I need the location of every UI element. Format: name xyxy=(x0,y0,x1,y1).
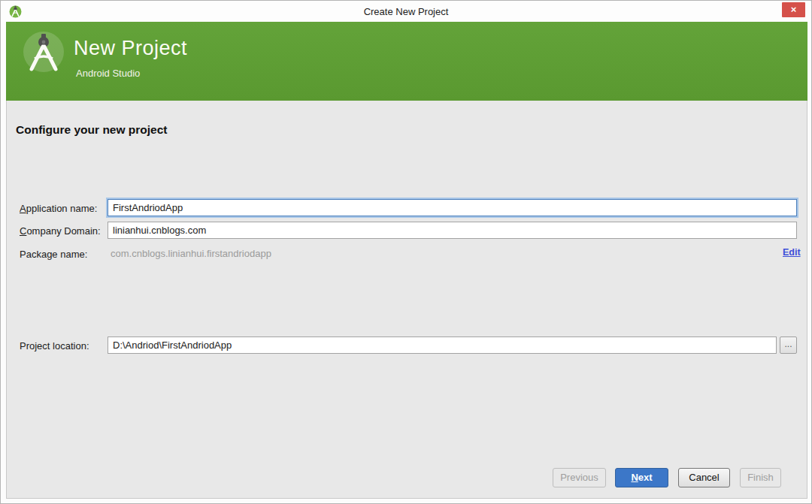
window-title: Create New Project xyxy=(2,2,810,22)
cancel-button[interactable]: Cancel xyxy=(678,468,730,487)
create-new-project-dialog: Create New Project × New Project Android… xyxy=(0,0,812,504)
android-studio-logo-icon xyxy=(23,31,65,73)
close-icon[interactable]: × xyxy=(782,2,805,17)
package-name-label: Package name: xyxy=(20,249,87,260)
banner-subtitle: Android Studio xyxy=(76,68,140,79)
browse-ellipsis-button[interactable]: ... xyxy=(780,337,797,354)
company-domain-mnemonic: C xyxy=(20,225,26,237)
application-name-input[interactable] xyxy=(108,199,797,216)
finish-button[interactable]: Finish xyxy=(740,468,781,487)
project-location-label: Project location: xyxy=(20,340,89,352)
banner-title: New Project xyxy=(74,37,187,60)
page-title: Configure your new project xyxy=(16,123,168,137)
application-name-mnemonic: A xyxy=(20,203,26,214)
content-panel xyxy=(6,101,807,499)
application-name-label: Application name: xyxy=(20,203,97,214)
company-domain-label: Company Domain: xyxy=(20,225,101,237)
previous-button[interactable]: Previous xyxy=(553,468,606,487)
next-button[interactable]: Next xyxy=(615,468,668,487)
titlebar[interactable]: Create New Project × xyxy=(2,2,810,22)
edit-package-link[interactable]: Edit xyxy=(783,247,801,258)
wizard-banner: New Project Android Studio xyxy=(6,22,807,101)
project-location-input[interactable] xyxy=(108,337,777,354)
company-domain-input[interactable] xyxy=(108,222,797,239)
package-name-value: com.cnblogs.linianhui.firstandriodapp xyxy=(111,248,271,259)
